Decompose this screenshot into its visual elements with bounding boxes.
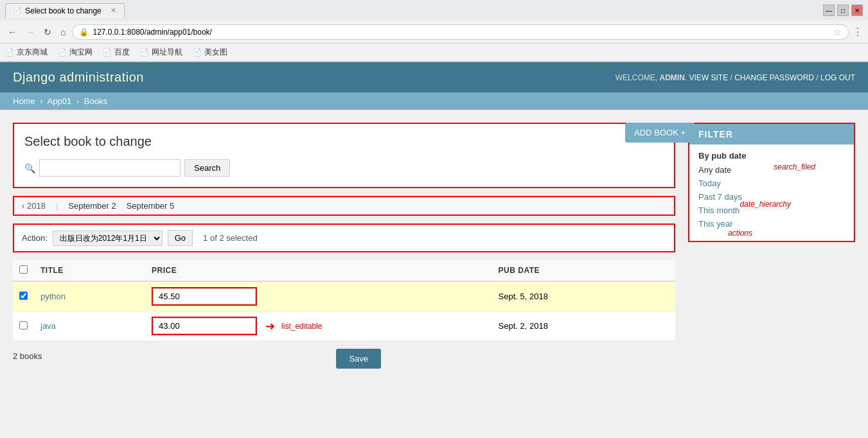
row2-price-input[interactable] [153,318,256,334]
sep2: / [816,73,820,82]
table-row: java ➜ list_editable Sept. 2, 2018 [13,311,675,341]
bookmark-label-baidu: 百度 [114,47,130,58]
bottom-row: 2 books Save [13,344,675,369]
col-header-checkbox [13,260,34,281]
django-title: Django administration [13,70,144,85]
browser-chrome: 📄 Select book to change ✕ — □ ✕ ← → ↻ ⌂ … [0,0,868,62]
add-book-button[interactable]: ADD BOOK + [625,123,695,143]
row1-checkbox[interactable] [19,292,28,300]
search-button[interactable]: Search [184,159,230,177]
row1-pubdate-cell: Sept. 5, 2018 [492,281,675,311]
bookmark-label-meinv: 美女图 [204,47,227,58]
row1-checkbox-cell [13,281,34,311]
list-editable-price1-box [152,287,257,306]
row1-price-input[interactable] [153,288,256,304]
admin-name-val: ADMIN [659,73,684,82]
actions-box: Action: 出版日改为2012年1月1日 Go 1 of 2 selecte… [13,223,675,252]
view-site-link[interactable]: VIEW SITE [689,73,728,82]
breadcrumb-sep1: › [40,96,42,106]
breadcrumb: Home › App01 › Books [0,92,868,110]
col-header-title: TITLE [34,260,145,281]
search-filed-annotation: search_filed [774,162,815,171]
back-btn[interactable]: ← [5,26,19,39]
tab-icon: 📄 [13,7,21,14]
save-button[interactable]: Save [336,349,381,369]
col-header-price: PRICE [145,260,492,281]
bookmark-icon-wangzhi: 📄 [140,48,149,57]
bookmark-baidu[interactable]: 📄 百度 [103,47,130,58]
filter-section-title: By pub date [689,145,854,163]
forward-btn[interactable]: → [23,26,37,39]
bookmark-label-jd: 京东商城 [17,47,48,58]
browser-toolbar: ← → ↻ ⌂ 🔒 ☆ ⋮ [0,21,868,44]
address-bar: 🔒 ☆ [72,24,849,40]
logout-link[interactable]: LOG OUT [820,73,855,82]
filter-item-today[interactable]: Today [689,177,854,190]
minimize-btn[interactable]: — [823,4,835,16]
maximize-btn[interactable]: □ [837,4,849,16]
user-info: WELCOME, ADMIN. VIEW SITE / CHANGE PASSW… [616,73,855,82]
action-select[interactable]: 出版日改为2012年1月1日 [53,231,163,246]
date-hier-back[interactable]: ‹ 2018 [22,201,46,211]
date-hierarchy-container: ‹ 2018 | September 2 September 5 date_hi… [13,196,675,216]
settings-icon[interactable]: ⋮ [853,26,863,38]
table-body: python Sept. 5, 2018 [13,281,675,341]
bookmark-icon-meinv: 📄 [193,48,202,57]
table-wrapper: TITLE PRICE PUB DATE python [13,260,675,369]
search-input[interactable] [39,159,181,177]
refresh-btn[interactable]: ↻ [41,26,54,39]
table-row: python Sept. 5, 2018 [13,281,675,311]
url-input[interactable] [93,28,829,37]
django-header: Django administration WELCOME, ADMIN. VI… [0,62,868,92]
row2-title-link[interactable]: java [40,321,56,331]
select-book-title: Select book to change [24,134,664,149]
main-panel: Select book to change 🔍 Search search_fi… [13,123,675,369]
books-table: TITLE PRICE PUB DATE python [13,260,675,341]
filter-box: FILTER By pub date Any date Today Past 7… [688,123,855,242]
action-selected-count: 1 of 2 selected [203,233,258,243]
filter-item-any-date[interactable]: Any date [689,163,854,177]
row1-title-cell: python [34,281,145,311]
bookmark-icon-taobao: 📄 [58,48,67,57]
row1-title-link[interactable]: python [40,292,66,301]
filter-panel: FILTER By pub date Any date Today Past 7… [688,123,855,369]
bookmark-star-icon[interactable]: ☆ [833,27,842,37]
date-hierarchy-box: ‹ 2018 | September 2 September 5 [13,196,675,216]
tab-close-btn[interactable]: ✕ [111,6,116,15]
list-editable-annotation: list_editable [281,322,322,331]
welcome-text: WELCOME, [616,73,657,82]
breadcrumb-home[interactable]: Home [13,96,35,106]
lock-icon: 🔒 [79,28,89,37]
breadcrumb-sep2: › [76,96,79,106]
bookmark-meinv[interactable]: 📄 美女图 [193,47,227,58]
window-controls: — □ ✕ [823,4,863,16]
bookmark-wangzhi[interactable]: 📄 网址导航 [140,47,182,58]
home-btn[interactable]: ⌂ [58,26,68,39]
django-content: ADD BOOK + list_filter Select book to ch… [0,110,868,381]
select-book-box: Select book to change 🔍 Search search_fi… [13,123,675,188]
action-go-button[interactable]: Go [168,230,193,246]
change-password-link[interactable]: CHANGE PASSWORD [734,73,814,82]
date-hier-item-sep2[interactable]: September 2 [68,201,116,211]
books-count: 2 books [13,346,42,366]
table-header: TITLE PRICE PUB DATE [13,260,675,281]
action-label: Action: [22,233,48,243]
select-all-checkbox[interactable] [19,265,28,274]
bookmark-label-taobao: 淘宝网 [69,47,93,58]
bookmark-jd[interactable]: 📄 京东商城 [5,47,48,58]
browser-tab[interactable]: 📄 Select book to change ✕ [5,3,125,18]
bookmark-taobao[interactable]: 📄 淘宝网 [58,47,93,58]
search-icon: 🔍 [24,163,35,173]
filter-item-this-year[interactable]: This year [689,217,854,231]
actions-annotation: actions [728,229,752,238]
close-btn[interactable]: ✕ [851,4,863,16]
row2-price-cell: ➜ list_editable [145,311,492,341]
row1-price-cell [145,281,492,311]
browser-titlebar: 📄 Select book to change ✕ — □ ✕ [0,0,868,21]
actions-container: Action: 出版日改为2012年1月1日 Go 1 of 2 selecte… [13,223,675,252]
row2-checkbox[interactable] [19,321,28,329]
list-editable-price2-box: ➜ list_editable [152,317,257,335]
date-hier-item-sep5[interactable]: September 5 [127,201,174,211]
row2-title-cell: java [34,311,145,341]
breadcrumb-app01[interactable]: App01 [48,96,72,106]
